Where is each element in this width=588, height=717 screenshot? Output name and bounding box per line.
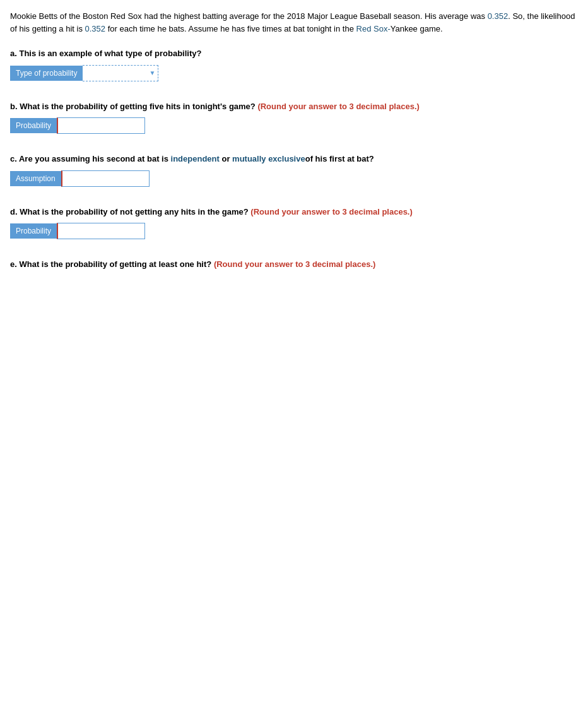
question-d-round: (Round your answer to 3 decimal places.) xyxy=(250,207,412,216)
question-d-label: d. What is the probability of not gettin… xyxy=(10,206,578,218)
intro-avg-1: 0.352 xyxy=(488,11,509,21)
question-e-block: e. What is the probability of getting at… xyxy=(10,258,578,271)
question-d-input-wrapper: Probability xyxy=(10,223,578,239)
intro-avg-2: 0.352 xyxy=(85,24,106,33)
question-c-block: c. Are you assuming his second at bat is… xyxy=(10,153,578,187)
dropdown-type-label: Type of probability xyxy=(10,66,83,81)
assumption-input[interactable] xyxy=(61,170,150,187)
probability-b-label: Probability xyxy=(10,118,57,133)
intro-team: Red Sox- xyxy=(356,24,391,33)
question-d-letter: d. xyxy=(10,207,18,216)
question-b-round: (Round your answer to 3 decimal places.) xyxy=(257,102,419,111)
question-e-label: e. What is the probability of getting at… xyxy=(10,258,578,271)
dropdown-arrow-icon: ▼ xyxy=(149,69,155,76)
question-c-text-3: of his first at bat? xyxy=(305,154,374,163)
dropdown-type-area[interactable]: ▼ xyxy=(83,65,158,81)
question-d-text: What is the probability of not getting a… xyxy=(20,207,250,216)
probability-b-input[interactable] xyxy=(57,117,145,134)
question-c-text-2: or xyxy=(220,154,232,163)
question-c-label: c. Are you assuming his second at bat is… xyxy=(10,153,578,165)
question-b-block: b. What is the probability of getting fi… xyxy=(10,100,578,134)
question-a-letter: a. xyxy=(10,49,17,58)
assumption-label: Assumption xyxy=(10,171,61,186)
question-c-mutually: mutually exclusive xyxy=(232,154,305,163)
probability-d-label: Probability xyxy=(10,223,57,239)
intro-text-1: Mookie Betts of the Boston Red Sox had t… xyxy=(10,11,488,21)
intro-paragraph: Mookie Betts of the Boston Red Sox had t… xyxy=(10,10,578,35)
question-c-input-wrapper: Assumption xyxy=(10,170,578,187)
intro-text-3: for each time he bats. Assume he has fiv… xyxy=(105,24,356,33)
question-c-letter: c. xyxy=(10,154,17,163)
probability-d-input[interactable] xyxy=(57,223,145,239)
question-e-round: (Round your answer to 3 decimal places.) xyxy=(214,259,375,269)
question-b-input-wrapper: Probability xyxy=(10,117,578,134)
question-c-independent: independent xyxy=(171,154,220,163)
intro-text-4: Yankee game. xyxy=(391,24,443,33)
question-b-label: b. What is the probability of getting fi… xyxy=(10,100,578,113)
question-d-block: d. What is the probability of not gettin… xyxy=(10,206,578,240)
question-a-text: This is an example of what type of proba… xyxy=(19,49,201,58)
question-e-text: What is the probability of getting at le… xyxy=(19,259,213,269)
question-b-text: What is the probability of getting five … xyxy=(20,102,257,111)
question-a-label: a. This is an example of what type of pr… xyxy=(10,47,578,60)
question-a-dropdown-wrapper: Type of probability ▼ xyxy=(10,65,578,81)
question-a-block: a. This is an example of what type of pr… xyxy=(10,47,578,81)
question-b-letter: b. xyxy=(10,102,18,111)
question-c-text-1: Are you assuming his second at bat is xyxy=(19,154,171,163)
question-e-letter: e. xyxy=(10,259,17,269)
